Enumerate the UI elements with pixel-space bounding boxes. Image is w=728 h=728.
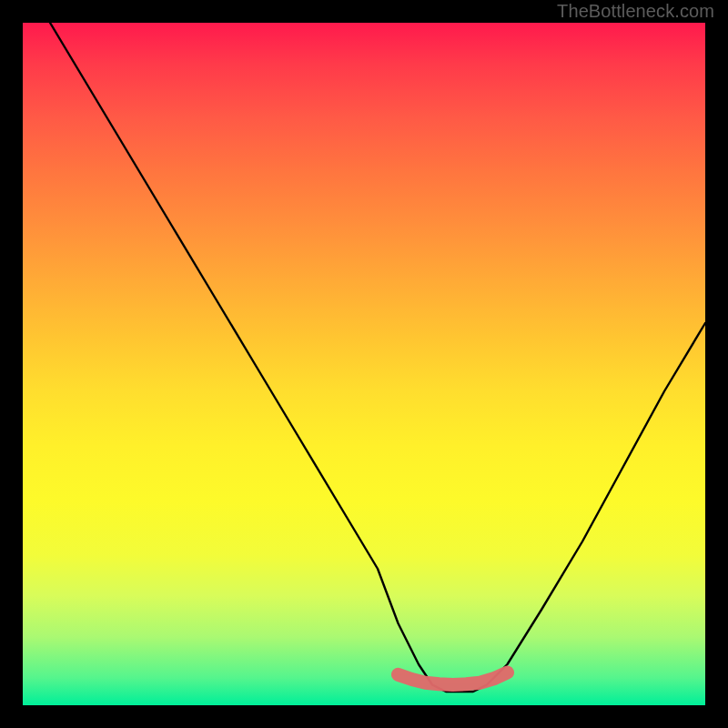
curve-svg — [23, 23, 705, 705]
chart-frame: TheBottleneck.com — [0, 0, 728, 728]
gradient-plot-area — [23, 23, 705, 705]
highlight-band-path — [399, 672, 508, 685]
watermark-text: TheBottleneck.com — [557, 1, 714, 22]
bottleneck-curve-path — [50, 23, 705, 692]
